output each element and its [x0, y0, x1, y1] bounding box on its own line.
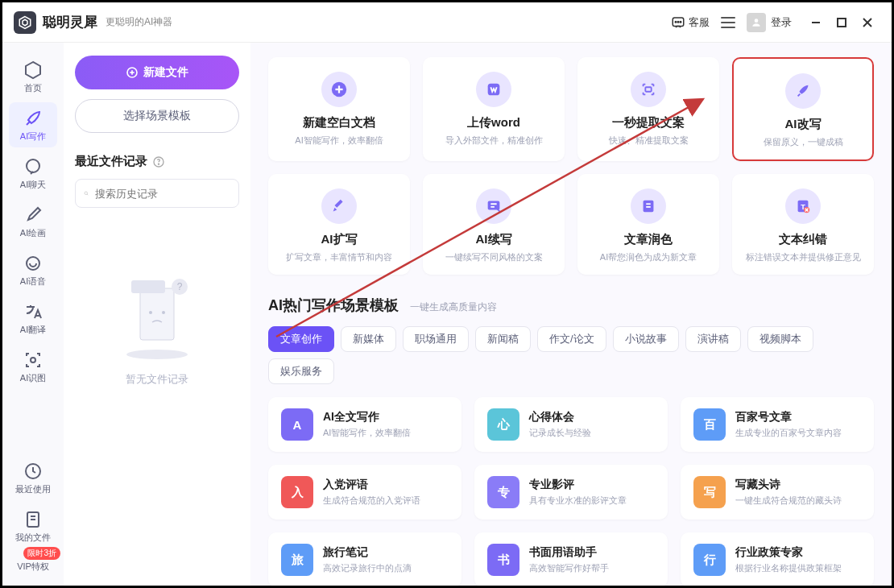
feature-card-3[interactable]: AI改写 保留原义，一键成稿: [732, 57, 874, 161]
tab-3[interactable]: 新闻稿: [475, 326, 531, 352]
tab-2[interactable]: 职场通用: [403, 326, 469, 352]
feature-card-subtitle: 一键续写不同风格的文案: [445, 251, 543, 263]
template-card-6[interactable]: 旅 旅行笔记 高效记录旅行中的点滴: [268, 532, 461, 586]
feature-card-subtitle: 保留原义，一键成稿: [764, 136, 843, 148]
tab-8[interactable]: 娱乐服务: [268, 358, 334, 384]
template-card-subtitle: 高效记录旅行中的点滴: [323, 562, 412, 574]
feature-card-icon: [785, 73, 821, 109]
sidebar-item-vip[interactable]: 限时3折 VIP特权: [9, 552, 57, 578]
svg-rect-6: [838, 19, 846, 27]
app-name: 聪明灵犀: [43, 13, 97, 31]
section-title: AI热门写作场景模板: [268, 296, 399, 315]
choose-template-button[interactable]: 选择场景模板: [75, 99, 239, 133]
template-card-icon: 旅: [281, 544, 313, 576]
template-card-4[interactable]: 专 专业影评 具有专业水准的影评文章: [474, 465, 668, 520]
template-card-1[interactable]: 心 心得体会 记录成长与经验: [474, 397, 668, 452]
template-card-7[interactable]: 书 书面用语助手 高效智能写作好帮手: [474, 532, 668, 586]
feature-card-subtitle: 标注错误文本并提供修正意见: [746, 251, 861, 263]
customer-service-button[interactable]: 客服: [671, 15, 710, 30]
svg-point-3: [680, 21, 681, 23]
customer-service-label: 客服: [689, 15, 710, 30]
feature-card-subtitle: 快速、精准提取文案: [609, 135, 689, 147]
feature-card-5[interactable]: AI续写 一键续写不同风格的文案: [423, 174, 565, 275]
feature-card-icon: T: [785, 188, 821, 224]
sidebar-item-recent[interactable]: 最近使用: [9, 455, 57, 500]
sidebar-item-ai-chat[interactable]: AI聊天: [9, 151, 57, 196]
search-input-wrap[interactable]: [75, 179, 239, 208]
svg-point-10: [27, 257, 39, 270]
maximize-button[interactable]: [829, 10, 855, 35]
help-icon[interactable]: [152, 155, 165, 168]
sidebar-item-my-files[interactable]: 我的文件: [9, 503, 57, 549]
avatar-icon: [747, 13, 766, 32]
feature-card-icon: [476, 72, 511, 107]
sidebar-item-label: AI语音: [20, 275, 46, 288]
tab-6[interactable]: 演讲稿: [685, 326, 741, 352]
template-card-icon: 写: [693, 476, 726, 508]
template-card-0[interactable]: A AI全文写作 AI智能写作，效率翻倍: [268, 397, 461, 452]
tab-7[interactable]: 视频脚本: [747, 326, 813, 352]
template-card-subtitle: 生成专业的百家号文章内容: [735, 427, 842, 439]
close-button[interactable]: [855, 10, 880, 35]
svg-point-2: [677, 21, 679, 23]
translate-icon: [23, 302, 43, 321]
sidebar-item-label: AI识图: [20, 372, 46, 384]
sidebar-item-ai-translate[interactable]: AI翻译: [9, 296, 57, 341]
new-file-button[interactable]: 新建文件: [75, 56, 239, 89]
feature-card-title: 上传word: [467, 115, 520, 130]
feature-card-title: 一秒提取文案: [612, 115, 685, 130]
sidebar-item-label: VIP特权: [17, 561, 49, 573]
feature-card-4[interactable]: AI扩写 扩写文章，丰富情节和内容: [268, 174, 410, 275]
feature-card-icon: [631, 188, 666, 224]
file-icon: [23, 510, 43, 529]
template-card-subtitle: 根据行业名称提供政策框架: [735, 562, 842, 574]
sidebar-item-ai-voice[interactable]: AI语音: [9, 247, 57, 292]
template-card-5[interactable]: 写 写藏头诗 一键生成符合规范的藏头诗: [681, 465, 874, 520]
sidebar-item-home[interactable]: 首页: [9, 54, 57, 99]
feature-card-7[interactable]: T 文本纠错 标注错误文本并提供修正意见: [732, 174, 874, 275]
sidebar-item-ai-write[interactable]: AI写作: [9, 102, 57, 147]
sidebar-item-label: 首页: [24, 82, 42, 94]
tab-1[interactable]: 新媒体: [341, 326, 396, 352]
feature-card-title: 新建空白文档: [303, 115, 375, 130]
tab-5[interactable]: 小说故事: [613, 326, 679, 352]
tab-4[interactable]: 作文/论文: [537, 326, 606, 352]
template-card-title: 专业影评: [529, 478, 627, 492]
template-card-title: 写藏头诗: [735, 478, 842, 492]
feature-card-1[interactable]: 上传word 导入外部文件，精准创作: [423, 57, 565, 161]
minimize-button[interactable]: [803, 10, 829, 35]
search-icon: [84, 187, 89, 200]
login-button[interactable]: 登录: [747, 13, 792, 32]
feature-card-icon: [321, 188, 357, 224]
sidebar-item-label: AI写作: [20, 130, 46, 143]
svg-point-21: [85, 192, 88, 195]
search-input[interactable]: [95, 188, 230, 200]
template-card-icon: 入: [281, 476, 313, 508]
chat-icon: [23, 157, 43, 176]
empty-file-illustration: ?: [117, 272, 197, 361]
svg-point-9: [27, 159, 39, 172]
feature-card-2[interactable]: 一秒提取文案 快速、精准提取文案: [577, 57, 719, 161]
svg-text:?: ?: [177, 281, 183, 292]
feature-card-title: AI改写: [785, 117, 822, 132]
sidebar-item-ai-image-recognize[interactable]: AI识图: [9, 344, 57, 389]
template-card-icon: 书: [487, 544, 519, 576]
template-card-3[interactable]: 入 入党评语 生成符合规范的入党评语: [268, 465, 461, 520]
feature-card-subtitle: AI帮您润色为成为新文章: [600, 251, 697, 263]
sidebar-item-ai-draw[interactable]: AI绘画: [9, 199, 57, 244]
sidebar: 首页 AI写作 AI聊天 AI绘画 AI语音 AI翻译 AI识图 最: [2, 43, 64, 586]
feather-icon: [23, 109, 43, 128]
template-card-2[interactable]: 百 百家号文章 生成专业的百家号文章内容: [681, 397, 874, 452]
menu-icon[interactable]: [721, 17, 735, 28]
feature-card-icon: [631, 72, 666, 107]
tab-0[interactable]: 文章创作: [268, 326, 334, 352]
template-card-title: AI全文写作: [323, 410, 411, 424]
feature-card-title: 文章润色: [624, 232, 673, 247]
feature-card-0[interactable]: 新建空白文档 AI智能写作，效率翻倍: [268, 57, 410, 161]
feature-card-6[interactable]: 文章润色 AI帮您润色为成为新文章: [577, 174, 719, 275]
choose-template-label: 选择场景模板: [123, 109, 191, 123]
svg-rect-24: [131, 280, 165, 293]
template-card-icon: 专: [487, 476, 519, 508]
app-slogan: 更聪明的AI神器: [106, 15, 172, 29]
template-card-8[interactable]: 行 行业政策专家 根据行业名称提供政策框架: [681, 532, 874, 586]
